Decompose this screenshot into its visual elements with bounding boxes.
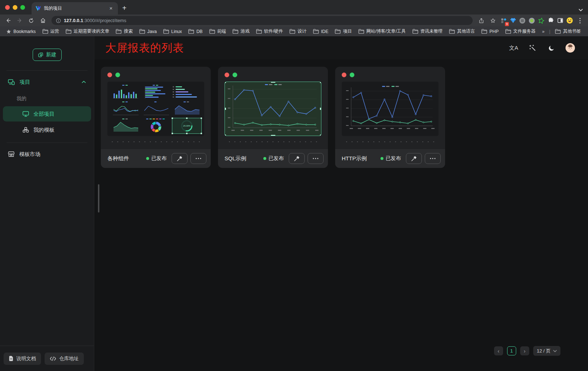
extension-command-icon[interactable]: [518, 17, 526, 25]
browser-toolbar: 127.0.0.1:3000/#/project/items 9: [0, 15, 588, 26]
red-dot: [225, 73, 229, 77]
sidebar-divider: [7, 70, 87, 71]
bookmark-folder[interactable]: IDE: [311, 28, 331, 35]
bookmark-folder[interactable]: DB: [186, 28, 205, 35]
bookmark-label: 文件服务器: [513, 28, 535, 34]
edit-project-button[interactable]: [406, 153, 422, 164]
new-tab-button[interactable]: +: [122, 4, 127, 12]
side-panel-icon[interactable]: [556, 17, 564, 25]
folder-icon: [358, 29, 364, 34]
bookmarks-overflow-chevron[interactable]: »: [539, 28, 547, 35]
bookmark-star-icon[interactable]: [488, 16, 498, 26]
bookmark-folder[interactable]: 软件/硬件: [254, 28, 286, 35]
bookmark-folder[interactable]: 网站/博客/文章/工具: [356, 28, 408, 35]
next-page-button[interactable]: ›: [520, 346, 529, 355]
prev-page-button[interactable]: ‹: [494, 346, 503, 355]
project-card-http[interactable]: HTTP示例 已发布: [335, 67, 445, 168]
more-actions-button[interactable]: [190, 153, 206, 164]
project-name: SQL示例: [225, 155, 260, 162]
current-page[interactable]: 1: [507, 346, 516, 355]
mini-chart-area_g: [111, 118, 140, 134]
extension-gem-icon[interactable]: [509, 17, 517, 25]
tab-close-icon[interactable]: ×: [108, 5, 114, 12]
edit-project-button[interactable]: [289, 153, 305, 164]
bookmark-folder[interactable]: Java: [137, 28, 159, 35]
card-footer: 各种组件 已发布: [101, 149, 211, 168]
home-icon[interactable]: [38, 16, 48, 26]
repository-button[interactable]: 仓库地址: [45, 353, 84, 365]
extension-record-icon[interactable]: [528, 17, 536, 25]
project-card-sql[interactable]: SQL示例 已发布: [218, 67, 328, 168]
card-window-dots: [107, 73, 204, 77]
address-bar[interactable]: 127.0.0.1:3000/#/project/items: [52, 16, 473, 25]
close-window-button[interactable]: [5, 5, 10, 10]
bookmark-folder[interactable]: 资讯未整理: [410, 28, 445, 35]
hammer-icon: [176, 156, 183, 161]
extension-star-icon[interactable]: [537, 17, 545, 25]
bookmark-folder[interactable]: 游戏: [230, 28, 252, 35]
edit-project-button[interactable]: [172, 153, 188, 164]
template-flow-icon: [22, 127, 29, 133]
other-bookmarks-folder[interactable]: 其他书签: [552, 28, 583, 35]
bookmark-folder[interactable]: 前端: [207, 28, 229, 35]
docs-button[interactable]: 说明文档: [4, 353, 41, 365]
red-dot: [342, 73, 346, 77]
bookmark-folder[interactable]: 项目: [332, 28, 354, 35]
bookmark-label: 项目: [343, 28, 352, 34]
sidebar-section-projects[interactable]: 项目: [0, 74, 94, 90]
chevron-up-icon[interactable]: [82, 81, 86, 83]
bookmark-label: 搜索: [124, 28, 133, 34]
extension-grid-icon[interactable]: 9: [499, 17, 507, 25]
devices-icon: [8, 79, 15, 85]
dotted-divider: [342, 141, 438, 143]
mini-chart-area: [172, 101, 202, 116]
project-card-components[interactable]: 25.00% 各种组件 已发布: [101, 67, 211, 168]
magic-wand-icon[interactable]: [528, 43, 537, 53]
bookmark-folder[interactable]: 设计: [287, 28, 309, 35]
language-icon[interactable]: 文A: [509, 43, 518, 53]
folder-icon: [555, 29, 561, 34]
bookmark-label: 运营: [50, 28, 59, 34]
scrollbar-thumb[interactable]: [98, 184, 99, 213]
code-icon: [50, 356, 56, 361]
user-avatar[interactable]: [566, 43, 575, 53]
mini-chart-line2: [111, 101, 140, 116]
extensions-puzzle-icon[interactable]: [547, 17, 555, 25]
new-project-label: 新建: [46, 51, 56, 58]
ellipsis-icon: [313, 158, 318, 159]
sidebar-item-template-market[interactable]: 模板市场: [0, 146, 94, 162]
bookmark-folder[interactable]: PHP: [479, 28, 501, 35]
sidebar: 新建 项目 我的 全部项目: [0, 36, 94, 371]
bookmark-folder[interactable]: 近期需要读的文章: [63, 28, 112, 35]
browser-menu-icon[interactable]: [575, 16, 585, 26]
dotted-divider: [225, 141, 321, 143]
page-size-select[interactable]: 12 / 页: [533, 346, 560, 356]
browser-tab[interactable]: 我的项目 ×: [32, 2, 118, 15]
browser-chrome: 我的项目 × + 127.0.0.1:3000/#/project/items: [0, 0, 588, 36]
forward-icon[interactable]: [15, 16, 25, 26]
more-actions-button[interactable]: [425, 153, 441, 164]
bookmarks-manager[interactable]: Bookmarks: [4, 28, 38, 35]
reload-icon[interactable]: [26, 16, 36, 26]
minimize-window-button[interactable]: [13, 5, 17, 10]
tab-overflow-chevron-icon[interactable]: [579, 9, 583, 12]
bookmark-folder[interactable]: 搜索: [113, 28, 135, 35]
bookmark-folder[interactable]: Linux: [161, 28, 184, 35]
selection-handle: [320, 135, 321, 136]
bookmark-folder[interactable]: 运营: [40, 28, 62, 35]
back-icon[interactable]: [3, 16, 13, 26]
dark-mode-moon-icon[interactable]: [547, 43, 556, 53]
site-info-icon[interactable]: [56, 18, 61, 23]
more-actions-button[interactable]: [308, 153, 324, 164]
page-size-value: 12 / 页: [537, 348, 551, 354]
emoji-extension-icon[interactable]: [566, 17, 573, 25]
sidebar-item-all-projects[interactable]: 全部项目: [3, 106, 91, 121]
card-window-dots: [225, 73, 321, 77]
zoom-window-button[interactable]: [20, 5, 25, 10]
new-project-button[interactable]: 新建: [33, 49, 62, 61]
share-icon[interactable]: [476, 16, 486, 26]
sidebar-item-my-templates[interactable]: 我的模板: [3, 122, 91, 137]
bookmark-folder[interactable]: 文件服务器: [503, 28, 538, 35]
status-dot: [263, 157, 266, 160]
bookmark-folder[interactable]: 其他语言: [447, 28, 477, 35]
